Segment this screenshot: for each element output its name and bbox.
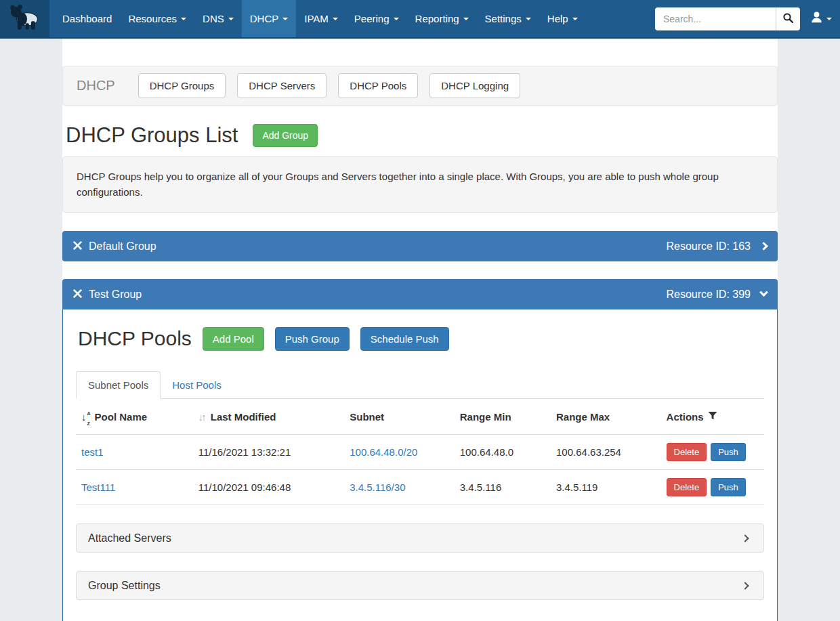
sort-alpha-asc-icon (81, 406, 91, 427)
group-settings-accordion[interactable]: Group Settings (76, 571, 764, 600)
col-header-label: Last Modified (211, 411, 276, 423)
table-row: test1 11/16/2021 13:32:21 100.64.48.0/20… (76, 435, 764, 470)
description-well: DHCP Groups help you to organize all of … (62, 156, 778, 213)
close-icon[interactable] (73, 288, 82, 301)
group-header-right: Resource ID: 399 (666, 288, 767, 301)
range-max-value: 3.4.5.119 (556, 481, 597, 493)
main-menu: Dashboard Resources DNS DHCP IPAM Peerin… (54, 0, 586, 37)
col-header-label: Subnet (350, 411, 384, 423)
col-header-label: Range Max (556, 411, 610, 423)
user-icon (810, 11, 823, 26)
group-header-right: Resource ID: 163 (666, 240, 767, 253)
push-group-button[interactable]: Push Group (275, 327, 350, 351)
nav-item-label: DHCP (250, 13, 279, 24)
col-header-actions[interactable]: Actions (661, 399, 764, 435)
search-input[interactable] (655, 7, 776, 30)
caret-down-icon (526, 18, 531, 20)
col-header-subnet[interactable]: Subnet (344, 399, 455, 435)
pools-title: DHCP Pools (78, 327, 192, 350)
pool-name-link[interactable]: Test111 (81, 481, 115, 493)
subnet-link[interactable]: 100.64.48.0/20 (350, 446, 417, 458)
push-button[interactable]: Push (711, 478, 746, 496)
delete-button[interactable]: Delete (667, 478, 707, 496)
accordion-label: Group Settings (88, 580, 161, 592)
top-navbar: Dashboard Resources DNS DHCP IPAM Peerin… (0, 0, 840, 39)
caret-down-icon (572, 18, 578, 20)
nav-item-label: DNS (203, 13, 224, 24)
col-header-range-max[interactable]: Range Max (551, 399, 661, 435)
col-header-label: Pool Name (95, 411, 148, 423)
resource-id-label: Resource ID: 163 (666, 240, 751, 253)
range-min-value: 100.64.48.0 (460, 446, 513, 458)
nav-item-label: Peering (354, 13, 390, 24)
dhcp-pools-button[interactable]: DHCP Pools (338, 73, 418, 98)
dhcp-groups-button[interactable]: DHCP Groups (138, 73, 226, 98)
dhcp-servers-button[interactable]: DHCP Servers (237, 73, 327, 98)
search-button[interactable] (776, 7, 800, 30)
nav-item-settings[interactable]: Settings (477, 0, 539, 37)
nav-item-label: Settings (485, 13, 522, 24)
filter-icon[interactable] (708, 411, 717, 423)
chevron-down-icon (759, 288, 768, 297)
subnet-link[interactable]: 3.4.5.116/30 (350, 481, 405, 493)
caret-down-icon (228, 18, 234, 20)
caret-down-icon (394, 18, 399, 20)
nav-item-resources[interactable]: Resources (120, 0, 194, 37)
col-header-range-min[interactable]: Range Min (455, 399, 551, 435)
nav-item-dashboard[interactable]: Dashboard (54, 0, 120, 37)
subnet-pools-table: Pool Name Last Modified Subnet (76, 399, 764, 505)
close-icon[interactable] (73, 240, 82, 253)
chevron-right-icon (759, 242, 768, 251)
tab-host-pools[interactable]: Host Pools (161, 372, 233, 398)
brand-logo[interactable] (0, 0, 49, 37)
last-modified-value: 11/16/2021 13:32:21 (198, 446, 291, 458)
search-icon (782, 12, 794, 26)
nav-item-help[interactable]: Help (539, 0, 586, 37)
delete-button[interactable]: Delete (667, 443, 707, 461)
nav-item-dns[interactable]: DNS (194, 0, 242, 37)
title-row: DHCP Groups List Add Group (66, 123, 778, 148)
caret-down-icon (463, 18, 469, 20)
add-pool-button[interactable]: Add Pool (203, 327, 264, 351)
chevron-right-icon (741, 582, 749, 589)
page-title: DHCP Groups List (66, 123, 238, 148)
col-header-label: Actions (667, 411, 704, 423)
range-max-value: 100.64.63.254 (556, 446, 621, 458)
nav-item-dhcp[interactable]: DHCP (242, 0, 297, 37)
resource-id-label: Resource ID: 399 (666, 288, 751, 301)
group-panel-test-group: Test Group Resource ID: 399 DHCP Pools A… (62, 279, 778, 621)
add-group-button[interactable]: Add Group (253, 124, 318, 147)
dhcp-logging-button[interactable]: DHCP Logging (429, 73, 520, 98)
group-header-test-group[interactable]: Test Group Resource ID: 399 (62, 279, 778, 309)
description-text: DHCP Groups help you to organize all of … (77, 171, 719, 198)
nav-item-ipam[interactable]: IPAM (296, 0, 346, 37)
sort-icon (198, 411, 207, 423)
last-modified-value: 11/10/2021 09:46:48 (198, 481, 291, 493)
nav-item-peering[interactable]: Peering (346, 0, 407, 37)
navbar-right (655, 0, 840, 37)
caret-down-icon (282, 18, 288, 20)
schedule-push-button[interactable]: Schedule Push (360, 327, 449, 351)
range-min-value: 3.4.5.116 (460, 481, 501, 493)
caret-down-icon (333, 18, 338, 20)
caret-down-icon (181, 18, 186, 20)
test-group-panel-body: DHCP Pools Add Pool Push Group Schedule … (62, 309, 778, 621)
tab-subnet-pools[interactable]: Subnet Pools (76, 371, 161, 399)
pool-name-link[interactable]: test1 (81, 446, 104, 458)
nav-item-reporting[interactable]: Reporting (407, 0, 477, 37)
col-header-pool-name[interactable]: Pool Name (76, 399, 193, 435)
group-header-default-group[interactable]: Default Group Resource ID: 163 (62, 231, 778, 261)
pools-heading-row: DHCP Pools Add Pool Push Group Schedule … (78, 326, 764, 351)
push-button[interactable]: Push (711, 443, 746, 461)
nav-item-label: IPAM (304, 13, 329, 24)
user-menu[interactable] (809, 8, 833, 29)
pools-tabs: Subnet Pools Host Pools (76, 371, 764, 399)
table-row: Test111 11/10/2021 09:46:48 3.4.5.116/30… (76, 470, 764, 505)
subnav-title: DHCP (77, 78, 115, 93)
attached-servers-accordion[interactable]: Attached Servers (76, 523, 764, 553)
nav-item-label: Dashboard (62, 13, 112, 24)
panda-logo-icon (9, 4, 41, 34)
nav-item-label: Resources (128, 13, 177, 24)
col-header-last-modified[interactable]: Last Modified (193, 399, 345, 435)
search-group (655, 7, 800, 30)
